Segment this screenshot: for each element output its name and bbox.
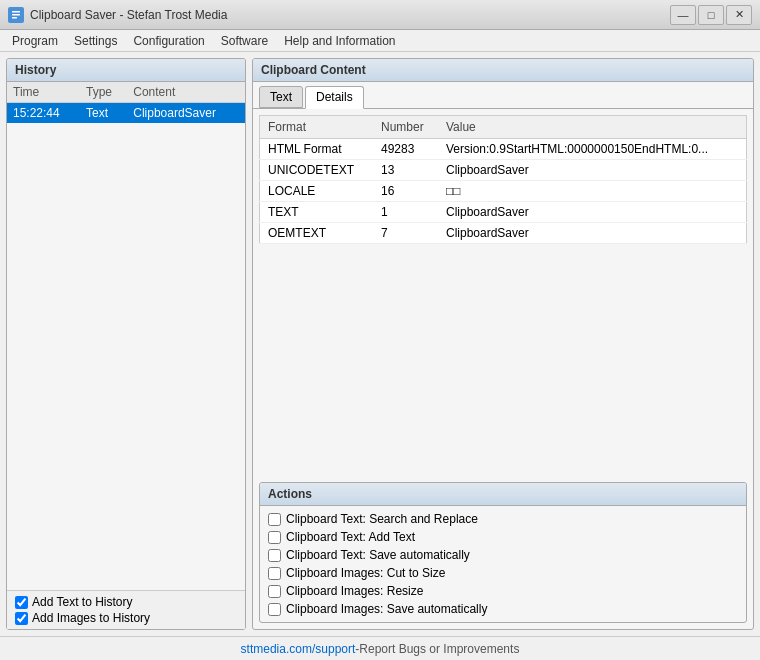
action-row: Clipboard Images: Resize <box>268 584 738 598</box>
details-row[interactable]: UNICODETEXT13ClipboardSaver <box>260 160 747 181</box>
details-cell-format: OEMTEXT <box>260 223 374 244</box>
history-col-content: Content <box>127 82 245 103</box>
details-table: Format Number Value HTML Format49283Vers… <box>259 115 747 244</box>
title-bar: Clipboard Saver - Stefan Trost Media — □… <box>0 0 760 30</box>
action-checkbox-1[interactable] <box>268 531 281 544</box>
svg-rect-3 <box>12 17 17 19</box>
details-cell-value: ClipboardSaver <box>438 160 747 181</box>
clipboard-content-header: Clipboard Content <box>253 59 753 82</box>
details-section: Format Number Value HTML Format49283Vers… <box>253 109 753 482</box>
actions-header: Actions <box>260 483 746 506</box>
close-button[interactable]: ✕ <box>726 5 752 25</box>
action-label-2: Clipboard Text: Save automatically <box>286 548 470 562</box>
main-layout: History Time Type Content 15:22:44TextCl… <box>0 52 760 636</box>
history-table: Time Type Content 15:22:44TextClipboardS… <box>7 82 245 590</box>
details-cell-format: LOCALE <box>260 181 374 202</box>
support-link[interactable]: sttmedia.com/support <box>241 642 356 656</box>
details-cell-value: ClipboardSaver <box>438 223 747 244</box>
history-cell-content: ClipboardSaver <box>127 103 245 124</box>
svg-rect-2 <box>12 14 20 16</box>
menu-software[interactable]: Software <box>213 32 276 50</box>
details-row[interactable]: HTML Format49283Version:0.9StartHTML:000… <box>260 139 747 160</box>
menu-program[interactable]: Program <box>4 32 66 50</box>
details-row[interactable]: TEXT1ClipboardSaver <box>260 202 747 223</box>
action-row: Clipboard Images: Save automatically <box>268 602 738 616</box>
clipboard-content-panel: Clipboard Content Text Details Format Nu… <box>252 58 754 630</box>
action-label-4: Clipboard Images: Resize <box>286 584 423 598</box>
details-cell-number: 49283 <box>373 139 438 160</box>
history-cell-type: Text <box>80 103 127 124</box>
details-cell-value: ClipboardSaver <box>438 202 747 223</box>
menu-help[interactable]: Help and Information <box>276 32 403 50</box>
details-col-value: Value <box>438 116 747 139</box>
tab-text[interactable]: Text <box>259 86 303 108</box>
actions-list: Clipboard Text: Search and ReplaceClipbo… <box>260 506 746 622</box>
menu-settings[interactable]: Settings <box>66 32 125 50</box>
action-checkbox-5[interactable] <box>268 603 281 616</box>
details-col-format: Format <box>260 116 374 139</box>
action-row: Clipboard Images: Cut to Size <box>268 566 738 580</box>
details-cell-number: 7 <box>373 223 438 244</box>
add-text-checkbox-row: Add Text to History <box>15 595 237 609</box>
details-row[interactable]: OEMTEXT7ClipboardSaver <box>260 223 747 244</box>
app-icon <box>8 7 24 23</box>
menu-configuration[interactable]: Configuration <box>125 32 212 50</box>
window-controls: — □ ✕ <box>670 5 752 25</box>
details-cell-number: 13 <box>373 160 438 181</box>
maximize-button[interactable]: □ <box>698 5 724 25</box>
action-checkbox-0[interactable] <box>268 513 281 526</box>
details-cell-number: 1 <box>373 202 438 223</box>
status-text: Report Bugs or Improvements <box>359 642 519 656</box>
history-header: History <box>7 59 245 82</box>
action-row: Clipboard Text: Save automatically <box>268 548 738 562</box>
action-row: Clipboard Text: Add Text <box>268 530 738 544</box>
add-text-label: Add Text to History <box>32 595 133 609</box>
details-cell-format: UNICODETEXT <box>260 160 374 181</box>
action-checkbox-4[interactable] <box>268 585 281 598</box>
add-images-label: Add Images to History <box>32 611 150 625</box>
add-images-checkbox-row: Add Images to History <box>15 611 237 625</box>
action-label-1: Clipboard Text: Add Text <box>286 530 415 544</box>
details-cell-value: □□ <box>438 181 747 202</box>
history-row[interactable]: 15:22:44TextClipboardSaver <box>7 103 245 124</box>
details-cell-value: Version:0.9StartHTML:0000000150EndHTML:0… <box>438 139 747 160</box>
history-footer: Add Text to History Add Images to Histor… <box>7 590 245 629</box>
details-cell-format: TEXT <box>260 202 374 223</box>
minimize-button[interactable]: — <box>670 5 696 25</box>
actions-section: Actions Clipboard Text: Search and Repla… <box>259 482 747 623</box>
action-label-5: Clipboard Images: Save automatically <box>286 602 487 616</box>
add-text-checkbox[interactable] <box>15 596 28 609</box>
details-col-number: Number <box>373 116 438 139</box>
status-bar: sttmedia.com/support - Report Bugs or Im… <box>0 636 760 660</box>
svg-rect-1 <box>12 11 20 13</box>
details-cell-format: HTML Format <box>260 139 374 160</box>
tabs-row: Text Details <box>253 82 753 109</box>
history-panel: History Time Type Content 15:22:44TextCl… <box>6 58 246 630</box>
tab-details[interactable]: Details <box>305 86 364 109</box>
menu-bar: Program Settings Configuration Software … <box>0 30 760 52</box>
history-col-time: Time <box>7 82 80 103</box>
window-title: Clipboard Saver - Stefan Trost Media <box>30 8 670 22</box>
action-checkbox-2[interactable] <box>268 549 281 562</box>
action-label-0: Clipboard Text: Search and Replace <box>286 512 478 526</box>
details-row[interactable]: LOCALE16□□ <box>260 181 747 202</box>
add-images-checkbox[interactable] <box>15 612 28 625</box>
action-label-3: Clipboard Images: Cut to Size <box>286 566 445 580</box>
details-cell-number: 16 <box>373 181 438 202</box>
history-cell-time: 15:22:44 <box>7 103 80 124</box>
action-checkbox-3[interactable] <box>268 567 281 580</box>
history-col-type: Type <box>80 82 127 103</box>
action-row: Clipboard Text: Search and Replace <box>268 512 738 526</box>
